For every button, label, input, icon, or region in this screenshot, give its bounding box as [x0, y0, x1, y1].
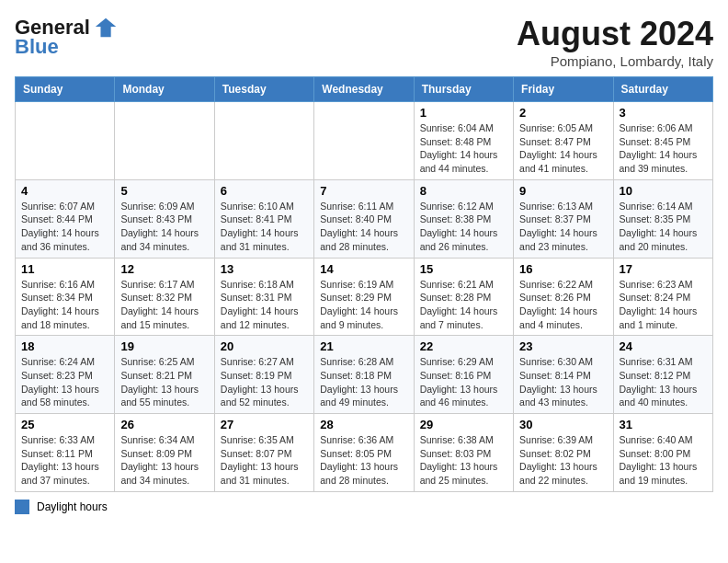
day-info: Sunrise: 6:28 AM Sunset: 8:18 PM Dayligh… [320, 355, 407, 409]
calendar-cell: 28Sunrise: 6:36 AM Sunset: 8:05 PM Dayli… [314, 414, 414, 492]
day-number: 16 [519, 262, 607, 276]
weekday-header: Wednesday [314, 77, 414, 102]
day-info: Sunrise: 6:38 AM Sunset: 8:03 PM Dayligh… [420, 433, 507, 488]
day-number: 25 [21, 418, 108, 431]
calendar-cell: 17Sunrise: 6:23 AM Sunset: 8:24 PM Dayli… [613, 258, 712, 336]
day-number: 7 [320, 184, 407, 198]
day-number: 17 [620, 262, 707, 276]
calendar-cell: 3Sunrise: 6:06 AM Sunset: 8:45 PM Daylig… [613, 102, 712, 180]
day-info: Sunrise: 6:07 AM Sunset: 8:44 PM Dayligh… [21, 200, 108, 254]
day-number: 8 [420, 184, 507, 198]
weekday-header: Monday [115, 77, 214, 102]
day-number: 13 [221, 262, 308, 276]
month-year-title: August 2024 [517, 15, 713, 53]
day-number: 20 [221, 339, 308, 353]
day-number: 22 [420, 339, 507, 353]
day-number: 2 [519, 106, 607, 120]
calendar-cell [115, 102, 214, 180]
day-number: 28 [320, 418, 407, 431]
calendar-cell: 11Sunrise: 6:16 AM Sunset: 8:34 PM Dayli… [16, 258, 115, 336]
calendar-cell: 16Sunrise: 6:22 AM Sunset: 8:26 PM Dayli… [514, 258, 613, 336]
calendar-cell: 13Sunrise: 6:18 AM Sunset: 8:31 PM Dayli… [214, 258, 313, 336]
day-info: Sunrise: 6:25 AM Sunset: 8:21 PM Dayligh… [120, 355, 208, 409]
calendar-cell [314, 102, 414, 180]
svg-marker-0 [96, 18, 116, 38]
calendar-cell: 25Sunrise: 6:33 AM Sunset: 8:11 PM Dayli… [16, 414, 115, 492]
weekday-header: Saturday [613, 77, 712, 102]
day-info: Sunrise: 6:17 AM Sunset: 8:32 PM Dayligh… [120, 278, 208, 332]
day-number: 31 [620, 418, 707, 431]
day-number: 23 [519, 339, 607, 353]
day-info: Sunrise: 6:39 AM Sunset: 8:02 PM Dayligh… [519, 433, 607, 488]
day-info: Sunrise: 6:21 AM Sunset: 8:28 PM Dayligh… [420, 278, 507, 332]
title-section: August 2024 Pompiano, Lombardy, Italy [517, 15, 713, 69]
day-info: Sunrise: 6:18 AM Sunset: 8:31 PM Dayligh… [221, 278, 308, 332]
weekday-header: Friday [514, 77, 613, 102]
day-number: 26 [120, 418, 208, 431]
calendar-cell: 6Sunrise: 6:10 AM Sunset: 8:41 PM Daylig… [214, 179, 313, 258]
day-number: 27 [221, 418, 308, 431]
day-info: Sunrise: 6:14 AM Sunset: 8:35 PM Dayligh… [620, 200, 707, 254]
calendar-cell: 12Sunrise: 6:17 AM Sunset: 8:32 PM Dayli… [115, 258, 214, 336]
day-info: Sunrise: 6:05 AM Sunset: 8:47 PM Dayligh… [519, 121, 607, 176]
weekday-header: Tuesday [214, 77, 313, 102]
day-number: 14 [320, 262, 407, 276]
day-number: 21 [320, 339, 407, 353]
calendar-cell: 15Sunrise: 6:21 AM Sunset: 8:28 PM Dayli… [414, 258, 513, 336]
day-number: 1 [420, 106, 507, 120]
day-number: 24 [620, 339, 707, 353]
day-info: Sunrise: 6:10 AM Sunset: 8:41 PM Dayligh… [221, 200, 308, 254]
calendar-cell: 31Sunrise: 6:40 AM Sunset: 8:00 PM Dayli… [613, 414, 712, 492]
day-number: 5 [120, 184, 208, 198]
day-info: Sunrise: 6:22 AM Sunset: 8:26 PM Dayligh… [519, 278, 607, 332]
calendar-cell: 18Sunrise: 6:24 AM Sunset: 8:23 PM Dayli… [16, 336, 115, 414]
day-number: 11 [21, 262, 108, 276]
calendar-cell: 7Sunrise: 6:11 AM Sunset: 8:40 PM Daylig… [314, 179, 414, 258]
legend: Daylight hours [15, 500, 713, 514]
calendar-cell: 9Sunrise: 6:13 AM Sunset: 8:37 PM Daylig… [514, 179, 613, 258]
calendar-cell: 21Sunrise: 6:28 AM Sunset: 8:18 PM Dayli… [314, 336, 414, 414]
calendar-cell: 14Sunrise: 6:19 AM Sunset: 8:29 PM Dayli… [314, 258, 414, 336]
day-info: Sunrise: 6:35 AM Sunset: 8:07 PM Dayligh… [221, 433, 308, 488]
calendar-cell: 10Sunrise: 6:14 AM Sunset: 8:35 PM Dayli… [613, 179, 712, 258]
day-info: Sunrise: 6:34 AM Sunset: 8:09 PM Dayligh… [120, 433, 208, 488]
calendar-week-row: 18Sunrise: 6:24 AM Sunset: 8:23 PM Dayli… [16, 336, 713, 414]
calendar-cell: 27Sunrise: 6:35 AM Sunset: 8:07 PM Dayli… [214, 414, 313, 492]
day-number: 15 [420, 262, 507, 276]
page-header: General Blue August 2024 Pompiano, Lomba… [15, 15, 713, 69]
day-info: Sunrise: 6:24 AM Sunset: 8:23 PM Dayligh… [21, 355, 108, 409]
day-info: Sunrise: 6:16 AM Sunset: 8:34 PM Dayligh… [21, 278, 108, 332]
legend-color-box [15, 500, 29, 514]
day-info: Sunrise: 6:23 AM Sunset: 8:24 PM Dayligh… [620, 278, 707, 332]
logo-blue-text: Blue [15, 35, 59, 59]
day-number: 30 [519, 418, 607, 431]
weekday-header: Sunday [16, 77, 115, 102]
calendar-cell: 19Sunrise: 6:25 AM Sunset: 8:21 PM Dayli… [115, 336, 214, 414]
calendar-cell: 23Sunrise: 6:30 AM Sunset: 8:14 PM Dayli… [514, 336, 613, 414]
day-number: 18 [21, 339, 108, 353]
day-info: Sunrise: 6:13 AM Sunset: 8:37 PM Dayligh… [519, 200, 607, 254]
calendar-cell: 2Sunrise: 6:05 AM Sunset: 8:47 PM Daylig… [514, 102, 613, 180]
calendar-cell [214, 102, 313, 180]
day-info: Sunrise: 6:36 AM Sunset: 8:05 PM Dayligh… [320, 433, 407, 488]
calendar-cell: 5Sunrise: 6:09 AM Sunset: 8:43 PM Daylig… [115, 179, 214, 258]
calendar-cell [16, 102, 115, 180]
calendar-cell: 1Sunrise: 6:04 AM Sunset: 8:48 PM Daylig… [414, 102, 513, 180]
day-info: Sunrise: 6:27 AM Sunset: 8:19 PM Dayligh… [221, 355, 308, 409]
calendar-cell: 22Sunrise: 6:29 AM Sunset: 8:16 PM Dayli… [414, 336, 513, 414]
day-info: Sunrise: 6:06 AM Sunset: 8:45 PM Dayligh… [620, 121, 707, 176]
calendar-cell: 30Sunrise: 6:39 AM Sunset: 8:02 PM Dayli… [514, 414, 613, 492]
calendar-cell: 8Sunrise: 6:12 AM Sunset: 8:38 PM Daylig… [414, 179, 513, 258]
day-number: 4 [21, 184, 108, 198]
day-number: 10 [620, 184, 707, 198]
day-number: 12 [120, 262, 208, 276]
calendar-cell: 26Sunrise: 6:34 AM Sunset: 8:09 PM Dayli… [115, 414, 214, 492]
day-number: 19 [120, 339, 208, 353]
day-info: Sunrise: 6:09 AM Sunset: 8:43 PM Dayligh… [120, 200, 208, 254]
calendar-week-row: 1Sunrise: 6:04 AM Sunset: 8:48 PM Daylig… [16, 102, 713, 180]
day-info: Sunrise: 6:04 AM Sunset: 8:48 PM Dayligh… [420, 121, 507, 176]
calendar-cell: 24Sunrise: 6:31 AM Sunset: 8:12 PM Dayli… [613, 336, 712, 414]
location-subtitle: Pompiano, Lombardy, Italy [517, 53, 713, 69]
calendar-week-row: 11Sunrise: 6:16 AM Sunset: 8:34 PM Dayli… [16, 258, 713, 336]
day-number: 3 [620, 106, 707, 120]
